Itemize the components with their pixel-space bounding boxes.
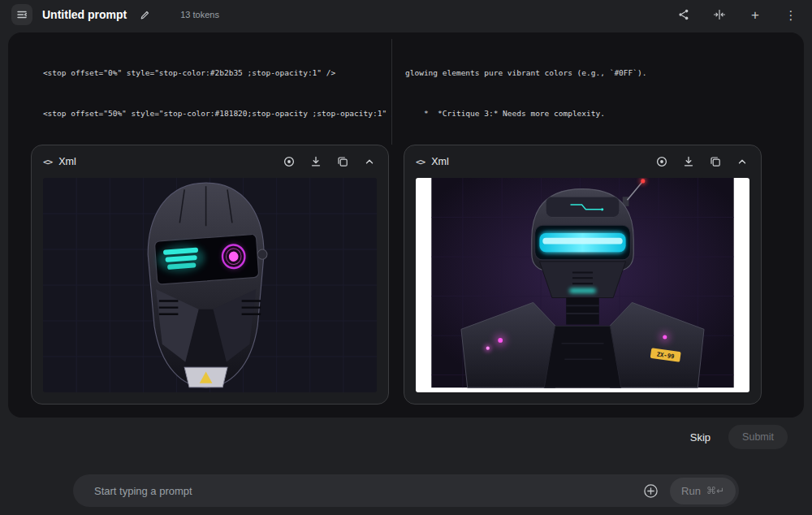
xml-render-preview-right[interactable]: ZX-99 bbox=[416, 178, 749, 392]
model-output-text: <stop offset="0%" style="stop-color:#2b2… bbox=[8, 32, 804, 145]
card-header: <> Xml bbox=[416, 145, 749, 178]
robot-head-illustration bbox=[43, 178, 377, 392]
prompt-title: Untitled prompt bbox=[42, 8, 127, 21]
download-icon bbox=[309, 155, 322, 168]
more-options-button[interactable]: ⋮ bbox=[781, 5, 801, 24]
download-button[interactable] bbox=[309, 154, 323, 169]
collapse-card-button[interactable] bbox=[362, 154, 377, 169]
response-panel: <stop offset="0%" style="stop-color:#2b2… bbox=[8, 32, 804, 418]
skip-button[interactable]: Skip bbox=[690, 431, 710, 444]
download-icon bbox=[682, 155, 695, 168]
sidebar-toggle-button[interactable] bbox=[11, 4, 32, 25]
share-icon bbox=[677, 8, 690, 21]
card-toolbar bbox=[282, 154, 377, 169]
sidebar-toggle-icon bbox=[16, 9, 28, 20]
code-icon: <> bbox=[43, 157, 52, 167]
xml-card-left: <> Xml bbox=[31, 145, 389, 405]
card-language-label: Xml bbox=[431, 156, 449, 167]
copy-icon bbox=[336, 155, 349, 168]
preview-toggle-button[interactable] bbox=[654, 154, 669, 169]
prompt-input-container: Run ⌘↵ bbox=[73, 474, 739, 507]
new-prompt-button[interactable]: + bbox=[745, 5, 765, 24]
run-shortcut-hint: ⌘↵ bbox=[706, 485, 724, 496]
code-line: <stop offset="0%" style="stop-color:#2b2… bbox=[24, 67, 391, 80]
add-attachment-button[interactable] bbox=[641, 481, 660, 500]
pencil-icon bbox=[140, 10, 150, 20]
text-line: * *Critique 3:* Needs more complexity. bbox=[405, 107, 789, 121]
top-bar: Untitled prompt 13 tokens + ⋮ bbox=[0, 0, 812, 29]
edit-title-button[interactable] bbox=[135, 5, 154, 24]
top-bar-actions: + ⋮ bbox=[674, 5, 801, 24]
submit-button[interactable]: Submit bbox=[728, 425, 788, 449]
robot-bust-illustration: ZX-99 bbox=[416, 178, 749, 392]
copy-button[interactable] bbox=[708, 154, 723, 169]
target-icon bbox=[655, 155, 668, 168]
chevron-up-icon bbox=[363, 155, 376, 168]
run-button[interactable]: Run ⌘↵ bbox=[670, 478, 736, 504]
collapse-card-button[interactable] bbox=[735, 154, 749, 169]
card-language-label: Xml bbox=[58, 156, 76, 167]
token-count: 13 tokens bbox=[180, 10, 219, 19]
column-divider bbox=[391, 39, 392, 145]
preview-toggle-button[interactable] bbox=[282, 154, 296, 169]
download-button[interactable] bbox=[681, 154, 696, 169]
code-line: <stop offset="50%" style="stop-color:#18… bbox=[24, 107, 391, 121]
xml-render-preview-left[interactable] bbox=[43, 178, 377, 392]
target-icon bbox=[283, 155, 296, 168]
share-button[interactable] bbox=[674, 5, 693, 24]
xml-card-right: <> Xml bbox=[404, 145, 762, 405]
reasoning-text-block: glowing elements pure vibrant colors (e.… bbox=[405, 39, 789, 145]
circle-plus-icon bbox=[643, 483, 659, 499]
card-header: <> Xml bbox=[43, 145, 377, 178]
run-label: Run bbox=[681, 485, 701, 497]
copy-icon bbox=[709, 155, 722, 168]
prompt-input[interactable] bbox=[94, 485, 631, 497]
rating-actions: Skip Submit bbox=[0, 419, 812, 455]
code-preview-cards: <> Xml bbox=[8, 145, 804, 418]
collapse-arrows-icon bbox=[713, 8, 726, 21]
code-icon: <> bbox=[416, 157, 425, 167]
chevron-up-icon bbox=[736, 155, 749, 168]
prompt-bar: Run ⌘↵ bbox=[0, 474, 812, 507]
card-toolbar bbox=[654, 154, 749, 169]
copy-button[interactable] bbox=[335, 154, 350, 169]
text-line: glowing elements pure vibrant colors (e.… bbox=[405, 67, 789, 80]
xml-code-block: <stop offset="0%" style="stop-color:#2b2… bbox=[24, 39, 391, 145]
compare-prompts-button[interactable] bbox=[710, 5, 729, 24]
